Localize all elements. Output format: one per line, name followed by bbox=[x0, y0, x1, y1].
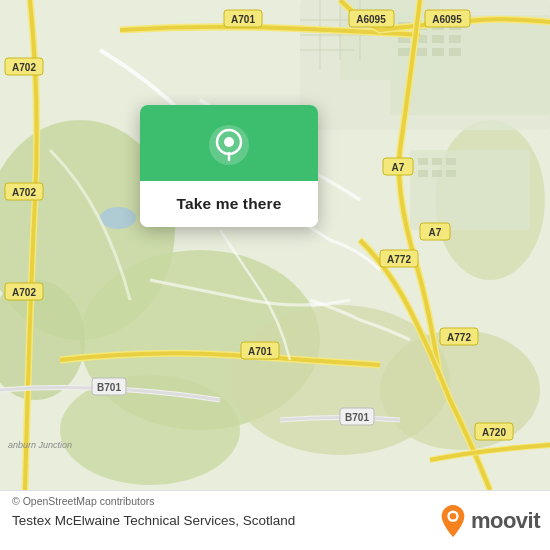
svg-text:A6095: A6095 bbox=[432, 14, 462, 25]
moovit-logo: moovit bbox=[439, 504, 540, 538]
svg-text:A772: A772 bbox=[387, 254, 411, 265]
map-svg: A702 A702 A702 A701 A701 A6095 A6095 A7 … bbox=[0, 0, 550, 490]
svg-rect-27 bbox=[432, 48, 444, 56]
svg-text:A702: A702 bbox=[12, 287, 36, 298]
svg-text:A7: A7 bbox=[392, 162, 405, 173]
svg-text:anburn Junction: anburn Junction bbox=[8, 440, 72, 450]
svg-rect-35 bbox=[446, 170, 456, 177]
copyright-notice: © OpenStreetMap contributors bbox=[8, 494, 159, 508]
moovit-pin-icon bbox=[439, 504, 467, 538]
svg-rect-28 bbox=[449, 48, 461, 56]
svg-rect-33 bbox=[418, 170, 428, 177]
svg-rect-25 bbox=[398, 48, 410, 56]
take-me-there-button[interactable]: Take me there bbox=[140, 181, 318, 227]
svg-rect-24 bbox=[449, 35, 461, 43]
popup-header bbox=[140, 105, 318, 181]
svg-text:B701: B701 bbox=[97, 382, 121, 393]
svg-text:A702: A702 bbox=[12, 187, 36, 198]
moovit-brand-text: moovit bbox=[471, 508, 540, 534]
svg-rect-34 bbox=[432, 170, 442, 177]
svg-text:A701: A701 bbox=[248, 346, 272, 357]
svg-point-36 bbox=[100, 207, 136, 229]
svg-point-70 bbox=[450, 512, 457, 519]
svg-text:B701: B701 bbox=[345, 412, 369, 423]
map-container: A702 A702 A702 A701 A701 A6095 A6095 A7 … bbox=[0, 0, 550, 490]
svg-point-4 bbox=[380, 330, 540, 450]
svg-text:A701: A701 bbox=[231, 14, 255, 25]
svg-text:A6095: A6095 bbox=[356, 14, 386, 25]
svg-rect-31 bbox=[432, 158, 442, 165]
location-popup: Take me there bbox=[140, 105, 318, 227]
location-label: Testex McElwaine Technical Services, Sco… bbox=[12, 513, 439, 528]
svg-rect-30 bbox=[418, 158, 428, 165]
svg-text:A772: A772 bbox=[447, 332, 471, 343]
popup-tail bbox=[219, 226, 239, 227]
footer: © OpenStreetMap contributors Testex McEl… bbox=[0, 490, 550, 550]
location-pin-icon bbox=[207, 123, 251, 167]
svg-rect-23 bbox=[432, 35, 444, 43]
svg-text:A7: A7 bbox=[429, 227, 442, 238]
svg-text:A702: A702 bbox=[12, 62, 36, 73]
svg-text:A720: A720 bbox=[482, 427, 506, 438]
svg-rect-32 bbox=[446, 158, 456, 165]
svg-point-68 bbox=[224, 137, 234, 147]
